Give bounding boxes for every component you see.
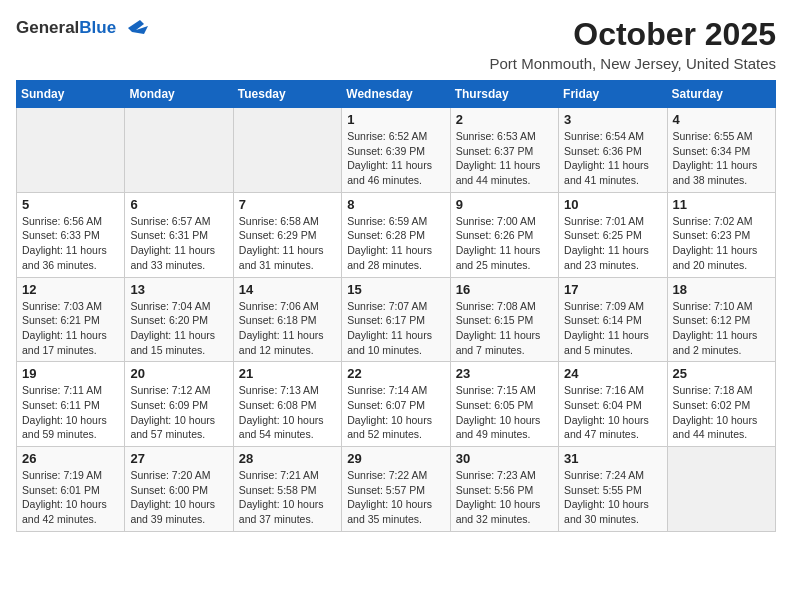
day-number: 16	[456, 282, 553, 297]
day-detail: Sunrise: 7:20 AM Sunset: 6:00 PM Dayligh…	[130, 468, 227, 527]
day-detail: Sunrise: 7:15 AM Sunset: 6:05 PM Dayligh…	[456, 383, 553, 442]
day-number: 18	[673, 282, 770, 297]
calendar-day-cell: 8Sunrise: 6:59 AM Sunset: 6:28 PM Daylig…	[342, 192, 450, 277]
day-number: 17	[564, 282, 661, 297]
day-detail: Sunrise: 7:13 AM Sunset: 6:08 PM Dayligh…	[239, 383, 336, 442]
day-detail: Sunrise: 7:00 AM Sunset: 6:26 PM Dayligh…	[456, 214, 553, 273]
calendar-day-cell: 10Sunrise: 7:01 AM Sunset: 6:25 PM Dayli…	[559, 192, 667, 277]
day-detail: Sunrise: 7:07 AM Sunset: 6:17 PM Dayligh…	[347, 299, 444, 358]
day-detail: Sunrise: 7:09 AM Sunset: 6:14 PM Dayligh…	[564, 299, 661, 358]
day-number: 20	[130, 366, 227, 381]
day-detail: Sunrise: 7:03 AM Sunset: 6:21 PM Dayligh…	[22, 299, 119, 358]
calendar-day-cell	[667, 447, 775, 532]
day-number: 2	[456, 112, 553, 127]
day-number: 12	[22, 282, 119, 297]
day-number: 31	[564, 451, 661, 466]
calendar-week-row: 19Sunrise: 7:11 AM Sunset: 6:11 PM Dayli…	[17, 362, 776, 447]
day-number: 14	[239, 282, 336, 297]
day-detail: Sunrise: 7:06 AM Sunset: 6:18 PM Dayligh…	[239, 299, 336, 358]
day-detail: Sunrise: 7:11 AM Sunset: 6:11 PM Dayligh…	[22, 383, 119, 442]
logo-blue: Blue	[79, 18, 116, 37]
day-of-week-header: Monday	[125, 81, 233, 108]
day-number: 5	[22, 197, 119, 212]
logo-general: General	[16, 18, 79, 37]
calendar-day-cell: 5Sunrise: 6:56 AM Sunset: 6:33 PM Daylig…	[17, 192, 125, 277]
calendar-day-cell: 26Sunrise: 7:19 AM Sunset: 6:01 PM Dayli…	[17, 447, 125, 532]
day-detail: Sunrise: 7:16 AM Sunset: 6:04 PM Dayligh…	[564, 383, 661, 442]
logo-general-text: GeneralBlue	[16, 18, 116, 38]
calendar-day-cell: 21Sunrise: 7:13 AM Sunset: 6:08 PM Dayli…	[233, 362, 341, 447]
day-detail: Sunrise: 6:55 AM Sunset: 6:34 PM Dayligh…	[673, 129, 770, 188]
calendar-day-cell: 27Sunrise: 7:20 AM Sunset: 6:00 PM Dayli…	[125, 447, 233, 532]
calendar-day-cell: 24Sunrise: 7:16 AM Sunset: 6:04 PM Dayli…	[559, 362, 667, 447]
day-number: 1	[347, 112, 444, 127]
day-detail: Sunrise: 6:54 AM Sunset: 6:36 PM Dayligh…	[564, 129, 661, 188]
day-number: 21	[239, 366, 336, 381]
day-number: 22	[347, 366, 444, 381]
location: Port Monmouth, New Jersey, United States	[489, 55, 776, 72]
day-detail: Sunrise: 6:53 AM Sunset: 6:37 PM Dayligh…	[456, 129, 553, 188]
day-number: 10	[564, 197, 661, 212]
title-area: October 2025 Port Monmouth, New Jersey, …	[489, 16, 776, 72]
svg-marker-0	[128, 20, 148, 34]
day-number: 4	[673, 112, 770, 127]
calendar-day-cell: 20Sunrise: 7:12 AM Sunset: 6:09 PM Dayli…	[125, 362, 233, 447]
calendar-day-cell: 3Sunrise: 6:54 AM Sunset: 6:36 PM Daylig…	[559, 108, 667, 193]
day-detail: Sunrise: 7:08 AM Sunset: 6:15 PM Dayligh…	[456, 299, 553, 358]
calendar-day-cell	[233, 108, 341, 193]
day-detail: Sunrise: 7:01 AM Sunset: 6:25 PM Dayligh…	[564, 214, 661, 273]
day-detail: Sunrise: 7:21 AM Sunset: 5:58 PM Dayligh…	[239, 468, 336, 527]
calendar-week-row: 1Sunrise: 6:52 AM Sunset: 6:39 PM Daylig…	[17, 108, 776, 193]
calendar-day-cell: 9Sunrise: 7:00 AM Sunset: 6:26 PM Daylig…	[450, 192, 558, 277]
calendar-day-cell: 31Sunrise: 7:24 AM Sunset: 5:55 PM Dayli…	[559, 447, 667, 532]
logo: GeneralBlue	[16, 16, 152, 40]
day-number: 27	[130, 451, 227, 466]
day-detail: Sunrise: 7:12 AM Sunset: 6:09 PM Dayligh…	[130, 383, 227, 442]
calendar-day-cell: 15Sunrise: 7:07 AM Sunset: 6:17 PM Dayli…	[342, 277, 450, 362]
calendar-header-row: SundayMondayTuesdayWednesdayThursdayFrid…	[17, 81, 776, 108]
day-number: 9	[456, 197, 553, 212]
calendar-day-cell: 17Sunrise: 7:09 AM Sunset: 6:14 PM Dayli…	[559, 277, 667, 362]
day-detail: Sunrise: 7:24 AM Sunset: 5:55 PM Dayligh…	[564, 468, 661, 527]
day-number: 7	[239, 197, 336, 212]
day-detail: Sunrise: 6:58 AM Sunset: 6:29 PM Dayligh…	[239, 214, 336, 273]
calendar-day-cell: 2Sunrise: 6:53 AM Sunset: 6:37 PM Daylig…	[450, 108, 558, 193]
day-detail: Sunrise: 6:56 AM Sunset: 6:33 PM Dayligh…	[22, 214, 119, 273]
calendar-week-row: 12Sunrise: 7:03 AM Sunset: 6:21 PM Dayli…	[17, 277, 776, 362]
day-number: 24	[564, 366, 661, 381]
calendar-day-cell: 29Sunrise: 7:22 AM Sunset: 5:57 PM Dayli…	[342, 447, 450, 532]
day-detail: Sunrise: 7:04 AM Sunset: 6:20 PM Dayligh…	[130, 299, 227, 358]
day-number: 6	[130, 197, 227, 212]
day-of-week-header: Saturday	[667, 81, 775, 108]
day-number: 26	[22, 451, 119, 466]
day-detail: Sunrise: 7:18 AM Sunset: 6:02 PM Dayligh…	[673, 383, 770, 442]
day-of-week-header: Tuesday	[233, 81, 341, 108]
day-detail: Sunrise: 7:14 AM Sunset: 6:07 PM Dayligh…	[347, 383, 444, 442]
calendar-table: SundayMondayTuesdayWednesdayThursdayFrid…	[16, 80, 776, 532]
calendar-day-cell: 14Sunrise: 7:06 AM Sunset: 6:18 PM Dayli…	[233, 277, 341, 362]
month-title: October 2025	[489, 16, 776, 53]
calendar-day-cell: 19Sunrise: 7:11 AM Sunset: 6:11 PM Dayli…	[17, 362, 125, 447]
calendar-day-cell: 30Sunrise: 7:23 AM Sunset: 5:56 PM Dayli…	[450, 447, 558, 532]
day-number: 13	[130, 282, 227, 297]
day-of-week-header: Wednesday	[342, 81, 450, 108]
day-number: 23	[456, 366, 553, 381]
calendar-day-cell: 12Sunrise: 7:03 AM Sunset: 6:21 PM Dayli…	[17, 277, 125, 362]
calendar-day-cell: 16Sunrise: 7:08 AM Sunset: 6:15 PM Dayli…	[450, 277, 558, 362]
calendar-day-cell: 11Sunrise: 7:02 AM Sunset: 6:23 PM Dayli…	[667, 192, 775, 277]
day-detail: Sunrise: 7:22 AM Sunset: 5:57 PM Dayligh…	[347, 468, 444, 527]
day-number: 19	[22, 366, 119, 381]
day-number: 25	[673, 366, 770, 381]
page-header: GeneralBlue October 2025 Port Monmouth, …	[16, 16, 776, 72]
calendar-day-cell: 25Sunrise: 7:18 AM Sunset: 6:02 PM Dayli…	[667, 362, 775, 447]
day-detail: Sunrise: 7:19 AM Sunset: 6:01 PM Dayligh…	[22, 468, 119, 527]
calendar-week-row: 26Sunrise: 7:19 AM Sunset: 6:01 PM Dayli…	[17, 447, 776, 532]
day-number: 8	[347, 197, 444, 212]
day-of-week-header: Friday	[559, 81, 667, 108]
day-detail: Sunrise: 6:57 AM Sunset: 6:31 PM Dayligh…	[130, 214, 227, 273]
day-number: 11	[673, 197, 770, 212]
calendar-day-cell: 6Sunrise: 6:57 AM Sunset: 6:31 PM Daylig…	[125, 192, 233, 277]
day-detail: Sunrise: 6:52 AM Sunset: 6:39 PM Dayligh…	[347, 129, 444, 188]
calendar-day-cell: 22Sunrise: 7:14 AM Sunset: 6:07 PM Dayli…	[342, 362, 450, 447]
day-detail: Sunrise: 7:02 AM Sunset: 6:23 PM Dayligh…	[673, 214, 770, 273]
